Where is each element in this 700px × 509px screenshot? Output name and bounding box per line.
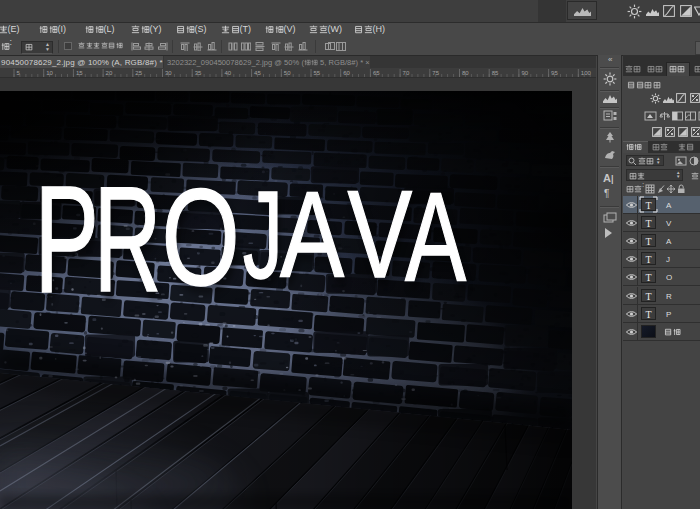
- svg-text:60: 60: [343, 70, 350, 76]
- svg-text:75: 75: [432, 70, 439, 76]
- svg-text:80: 80: [462, 70, 469, 76]
- svg-text:65: 65: [373, 70, 380, 76]
- svg-text:40: 40: [224, 70, 231, 76]
- svg-text:25: 25: [135, 70, 142, 76]
- svg-text:15: 15: [76, 70, 83, 76]
- svg-text:10: 10: [46, 70, 53, 76]
- svg-text:A: A: [405, 165, 466, 306]
- svg-text:30: 30: [165, 70, 172, 76]
- svg-text:A: A: [280, 165, 345, 302]
- svg-text:V: V: [348, 164, 413, 304]
- svg-text:P: P: [34, 154, 99, 325]
- svg-text:R: R: [94, 155, 162, 321]
- svg-text:55: 55: [314, 70, 321, 76]
- svg-text:50: 50: [284, 70, 291, 76]
- svg-text:45: 45: [254, 70, 261, 76]
- svg-text:70: 70: [403, 70, 410, 76]
- svg-text:20: 20: [106, 70, 113, 76]
- svg-text:35: 35: [195, 70, 202, 76]
- svg-text:90: 90: [521, 70, 528, 76]
- svg-text:85: 85: [492, 70, 499, 76]
- svg-text:100: 100: [581, 70, 592, 76]
- svg-text:95: 95: [551, 70, 558, 76]
- svg-text:J: J: [243, 165, 283, 304]
- svg-text:O: O: [162, 160, 240, 314]
